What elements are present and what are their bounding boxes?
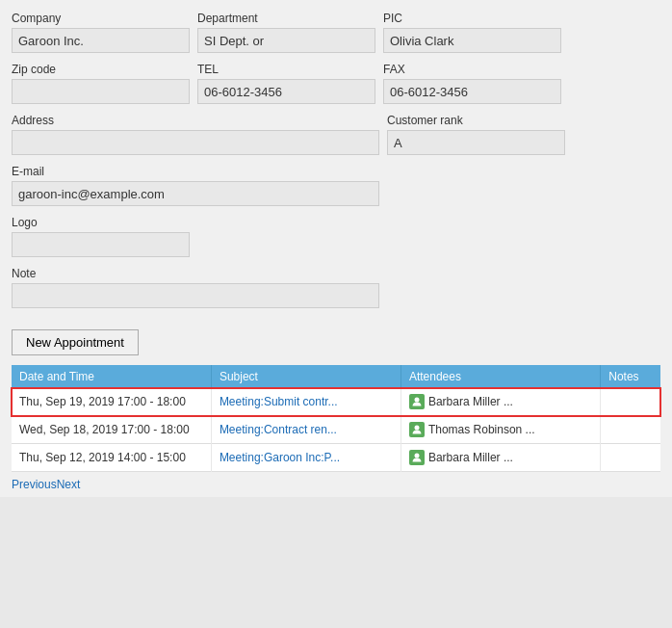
zipcode-group: Zip code: [12, 63, 190, 104]
note-input[interactable]: [12, 283, 379, 308]
cell-datetime: Thu, Sep 12, 2019 14:00 - 15:00: [12, 444, 211, 472]
next-link[interactable]: Next: [57, 478, 81, 491]
pic-group: PIC: [383, 12, 561, 53]
tel-input[interactable]: [197, 79, 375, 104]
table-row: Thu, Sep 12, 2019 14:00 - 15:00Meeting:G…: [12, 444, 660, 472]
appointments-table: Date and Time Subject Attendees Notes Th…: [12, 365, 660, 472]
table-header-row: Date and Time Subject Attendees Notes: [12, 365, 660, 388]
department-input[interactable]: [197, 28, 375, 53]
fax-input[interactable]: [383, 79, 561, 104]
zipcode-label: Zip code: [12, 63, 190, 76]
col-header-subject: Subject: [211, 365, 401, 388]
fax-group: FAX: [383, 63, 561, 104]
cell-notes: [601, 444, 660, 472]
cell-notes: [601, 388, 660, 416]
cell-notes: [601, 416, 660, 444]
pic-input[interactable]: [383, 28, 561, 53]
address-label: Address: [12, 114, 379, 127]
form-row-1: Company Department PIC: [12, 12, 660, 53]
attendee-name: Barbara Miller ...: [428, 395, 513, 408]
subject-link[interactable]: Meeting:Contract ren...: [220, 423, 337, 436]
cell-attendees: Thomas Robinson ...: [401, 416, 600, 444]
note-group: Note: [12, 267, 379, 308]
cell-attendees: Barbara Miller ...: [401, 388, 600, 416]
subject-link[interactable]: Meeting:Garoon Inc:P...: [220, 451, 340, 464]
fax-label: FAX: [383, 63, 561, 76]
person-icon: [409, 422, 425, 437]
svg-point-0: [414, 398, 419, 403]
previous-link[interactable]: Previous: [12, 478, 57, 491]
pic-label: PIC: [383, 12, 561, 25]
table-row: Wed, Sep 18, 2019 17:00 - 18:00Meeting:C…: [12, 416, 660, 444]
svg-point-2: [414, 454, 419, 458]
note-label: Note: [12, 267, 379, 280]
attendee-name: Barbara Miller ...: [428, 451, 513, 464]
col-header-attendees: Attendees: [401, 365, 600, 388]
table-row: Thu, Sep 19, 2019 17:00 - 18:00Meeting:S…: [12, 388, 660, 416]
logo-input[interactable]: [12, 232, 190, 257]
form-row-2: Zip code TEL FAX: [12, 63, 660, 104]
main-container: Company Department PIC Zip code TEL: [0, 0, 672, 497]
tel-group: TEL: [197, 63, 375, 104]
department-group: Department: [197, 12, 375, 53]
company-label: Company: [12, 12, 190, 25]
department-label: Department: [197, 12, 375, 25]
col-header-datetime: Date and Time: [12, 365, 211, 388]
cell-attendees: Barbara Miller ...: [401, 444, 600, 472]
cell-datetime: Wed, Sep 18, 2019 17:00 - 18:00: [12, 416, 211, 444]
customer-rank-label: Customer rank: [387, 114, 565, 127]
customer-rank-group: Customer rank: [387, 114, 565, 155]
address-group: Address: [12, 114, 379, 155]
company-group: Company: [12, 12, 190, 53]
subject-link[interactable]: Meeting:Submit contr...: [220, 395, 338, 408]
cell-subject: Meeting:Contract ren...: [211, 416, 401, 444]
person-icon: [409, 450, 425, 465]
customer-rank-input[interactable]: [387, 130, 565, 155]
email-group: E-mail: [12, 165, 379, 206]
logo-group: Logo: [12, 216, 190, 257]
cell-datetime: Thu, Sep 19, 2019 17:00 - 18:00: [12, 388, 211, 416]
person-icon: [409, 394, 425, 409]
attendee-name: Thomas Robinson ...: [428, 423, 535, 436]
email-input[interactable]: [12, 181, 379, 206]
pagination: PreviousNext: [12, 472, 660, 497]
address-input[interactable]: [12, 130, 379, 155]
form-section: Company Department PIC Zip code TEL: [12, 12, 660, 326]
form-row-3: Address Customer rank: [12, 114, 660, 155]
tel-label: TEL: [197, 63, 375, 76]
company-input[interactable]: [12, 28, 190, 53]
new-appointment-button[interactable]: New Appointment: [12, 329, 139, 355]
zipcode-input[interactable]: [12, 79, 190, 104]
logo-label: Logo: [12, 216, 190, 229]
form-row-4: E-mail: [12, 165, 660, 206]
col-header-notes: Notes: [601, 365, 660, 388]
email-label: E-mail: [12, 165, 379, 178]
form-row-5: Logo: [12, 216, 660, 257]
form-row-6: Note: [12, 267, 660, 308]
svg-point-1: [414, 426, 419, 431]
cell-subject: Meeting:Submit contr...: [211, 388, 401, 416]
cell-subject: Meeting:Garoon Inc:P...: [211, 444, 401, 472]
